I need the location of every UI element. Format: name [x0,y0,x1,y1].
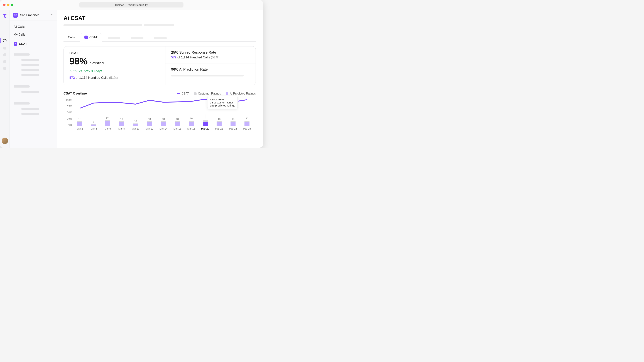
stat-placeholder [171,75,244,76]
chart-title: CSAT Overtime [64,92,87,95]
stat-value: 96% [171,67,178,71]
sidebar-item-label: My Calls [14,33,25,36]
trend-text: 2% vs. prev 30 days [73,69,102,73]
arrow-up-icon [70,70,72,73]
sidebar-item-label: All Calls [14,25,24,28]
tab-placeholder [131,37,144,39]
csat-kpi-card: CSAT 98% Satisfied 2% vs. prev 30 days 5… [64,46,166,85]
rail-placeholder [4,60,6,63]
sidebar-placeholder-group [10,99,57,121]
detail-accent: 572 [171,55,176,59]
tab-label: CSAT [90,35,98,39]
sidebar-item-my-calls[interactable]: My Calls [10,31,57,38]
detail-mid: of 1,114 Handled Calls [176,55,211,59]
titlebar: Dialpad — Work Beautifully [0,0,263,10]
tabs: Calls CSAT [64,33,256,42]
sidebar-item-label: CSAT [19,42,27,46]
stat-label: Survey Response Rate [178,50,216,54]
kpi-detail: 572 of 1,114 Handled Calls (51%) [70,76,160,80]
csat-chart: 100%75%50%25%0% 18822181018181820181820 … [73,99,254,131]
kpi-sublabel: Satisfied [90,61,104,65]
stat-label: Ai Prediction Rate [178,67,208,71]
org-name: San Francisco [20,13,49,17]
legend-label: Ai Predicted Ratings [230,92,256,95]
dialpad-logo-icon[interactable] [2,13,7,18]
plot-area: 18822181018181820181820 CSAT: 98% 24 cus… [73,99,254,126]
tab-label: Calls [68,35,75,39]
legend-label: Customer Ratings [198,92,221,95]
main-content: Ai CSAT Calls CSAT CSAT 98% [57,10,263,148]
detail-mid: of 1,114 Handled Calls [75,76,109,79]
chart-tooltip: CSAT: 98% 24 customer ratings 100 predic… [207,96,238,109]
ai-badge-icon [84,35,88,39]
minimize-window-button[interactable] [7,4,10,6]
y-axis: 100%75%50%25%0% [64,99,72,126]
window-title: Dialpad — Work Beautifully [80,2,184,7]
kpi-trend: 2% vs. prev 30 days [70,69,160,73]
svg-point-2 [205,99,205,99]
chart-header: CSAT Overtime CSAT Customer Ratings Ai P… [64,92,256,95]
org-switcher[interactable]: SF San Francisco [10,10,57,21]
page-title: Ai CSAT [64,15,256,21]
sidebar-placeholder-group [10,50,57,82]
detail-muted: (51%) [109,76,118,79]
tab-placeholder [108,37,120,39]
kpi-value: 98% [70,56,88,66]
traffic-lights [0,4,14,6]
close-window-button[interactable] [3,4,6,6]
tab-csat[interactable]: CSAT [80,33,102,42]
rail-placeholder [4,53,6,56]
tab-calls[interactable]: Calls [64,33,79,42]
detail-muted: (51%) [211,55,220,59]
kpi-label: CSAT [70,51,160,55]
fullscreen-window-button[interactable] [11,4,14,6]
sidebar: SF San Francisco All Calls My Calls CSAT [10,10,57,148]
stat-value: 25% [171,50,178,54]
app-window: Dialpad — Work Beautifully SF San Franci… [0,0,263,148]
left-rail [0,10,10,148]
avatar[interactable] [2,138,8,144]
detail-accent: 572 [70,76,75,79]
subtitle-placeholder [64,24,256,26]
rail-placeholder [4,47,6,49]
ai-badge-icon [14,42,17,46]
tab-placeholder [154,37,167,39]
nav-list: All Calls My Calls CSAT [10,21,57,50]
rail-placeholder [4,67,6,70]
survey-rate-card: 25% Survey Response Rate 572 of 1,114 Ha… [166,46,256,63]
org-badge: SF [13,13,18,18]
x-axis: Mar 2Mar 4Mar 6Mar 8Mar 10Mar 12Mar 14Ma… [73,127,254,131]
sidebar-placeholder-group [10,82,57,99]
kpi-cards: CSAT 98% Satisfied 2% vs. prev 30 days 5… [64,46,256,85]
history-icon[interactable] [3,39,7,43]
legend-label: CSAT [182,92,189,95]
prediction-rate-card: 96% Ai Prediction Rate [166,63,256,80]
sidebar-item-csat[interactable]: CSAT [10,40,57,48]
sidebar-item-all-calls[interactable]: All Calls [10,23,57,31]
chevron-down-icon [51,13,54,17]
chart-legend: CSAT Customer Ratings Ai Predicted Ratin… [177,92,256,95]
